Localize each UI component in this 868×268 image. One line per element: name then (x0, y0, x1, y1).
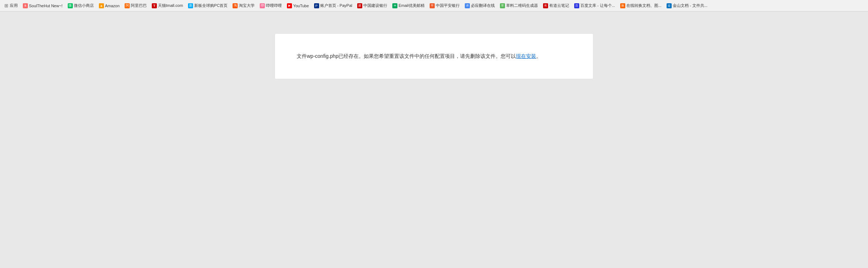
message-text: 文件wp-config.php已经存在。如果您希望重置该文件中的任何配置项目，请… (297, 52, 571, 61)
bookmark-youdao-label: 有道云笔记 (549, 3, 569, 8)
message-suffix: 。 (536, 53, 541, 59)
bookmark-youdao[interactable]: 有 有道云笔记 (541, 2, 571, 9)
pcmaster-icon: 新 (188, 3, 193, 8)
bookmark-alibaba[interactable]: 阿 阿里巴巴 (122, 2, 149, 9)
bookmark-baidu[interactable]: 百 百度文库 - 让每个... (572, 2, 617, 9)
bookmark-pingan[interactable]: 平 中国平安银行 (427, 2, 462, 9)
alibaba-icon: 阿 (125, 3, 130, 8)
soul-icon: S (23, 3, 28, 8)
bookmark-amazon-label: Amazon (105, 4, 120, 8)
bookmark-pingan-label: 中国平安银行 (436, 3, 460, 8)
taobao-icon: 淘 (233, 3, 238, 8)
wechat-icon: 微 (68, 3, 73, 8)
install-now-link[interactable]: 现在安装 (516, 53, 536, 59)
message-card: 文件wp-config.php已经存在。如果您希望重置该文件中的任何配置项目，请… (275, 33, 593, 79)
bookmark-soul-label: SoulTheHut New~! (29, 4, 63, 8)
bookmark-apps-label: 应用 (10, 3, 18, 8)
bookmark-apps[interactable]: ⊞ 应用 (1, 2, 20, 9)
tmall-icon: T (152, 3, 157, 8)
translate-icon: 译 (465, 3, 470, 8)
bookmark-jinshan[interactable]: 金 金山文档 - 文件共... (664, 2, 710, 9)
bookmark-jinshan-label: 金山文档 - 文件共... (673, 3, 708, 8)
bookmark-paypal-label: 账户首页 - PayPal (320, 3, 352, 8)
bookmark-tmall[interactable]: T 天猫tmall.com (150, 2, 185, 9)
amazon-icon: a (99, 3, 104, 8)
baidu-icon: 百 (574, 3, 579, 8)
ccb-icon: 建 (357, 3, 362, 8)
bookmark-soul[interactable]: S SoulTheHut New~! (21, 2, 65, 9)
bookmark-translate-label: 必应翻译在线 (471, 3, 495, 8)
main-content: 文件wp-config.php已经存在。如果您希望重置该文件中的任何配置项目，请… (0, 12, 868, 268)
bookmark-taobao[interactable]: 淘 淘宝大学 (230, 2, 257, 9)
bookmark-tmall-label: 天猫tmall.com (158, 3, 183, 8)
bookmark-grass[interactable]: 草 草料二维码生成器 (498, 2, 540, 9)
youtube-icon: ▶ (287, 3, 292, 8)
bookmark-convert-label: 在线转换文档、图... (626, 3, 662, 8)
bookmark-grass-label: 草料二维码生成器 (506, 3, 538, 8)
bibi-icon: 哔 (260, 3, 265, 8)
bookmark-baidu-label: 百度文库 - 让每个... (580, 3, 615, 8)
paypal-icon: P (314, 3, 319, 8)
youdao-icon: 有 (543, 3, 548, 8)
apps-icon: ⊞ (4, 3, 9, 8)
bookmark-paypal[interactable]: P 账户首页 - PayPal (312, 2, 355, 9)
bookmark-wechat[interactable]: 微 微信小商店 (66, 2, 96, 9)
bookmark-email-label: Email优美邮精 (398, 3, 425, 8)
bookmark-pcmaster[interactable]: 新 新板全球购PC首页 (186, 2, 230, 9)
bookmark-bibi-label: 哔哩哔哩 (266, 3, 282, 8)
bookmark-ccb[interactable]: 建 中国建设银行 (355, 2, 389, 9)
bookmark-taobao-label: 淘宝大学 (239, 3, 255, 8)
message-body: 文件wp-config.php已经存在。如果您希望重置该文件中的任何配置项目，请… (297, 53, 516, 59)
bookmark-amazon[interactable]: a Amazon (97, 2, 122, 9)
bookmark-convert[interactable]: 换 在线转换文档、图... (618, 2, 664, 9)
jinshan-icon: 金 (667, 3, 672, 8)
pingan-icon: 平 (430, 3, 435, 8)
bookmark-youtube-label: YouTube (293, 4, 309, 8)
bookmark-youtube[interactable]: ▶ YouTube (285, 2, 311, 9)
bookmark-translate[interactable]: 译 必应翻译在线 (463, 2, 497, 9)
email-icon: ✉ (392, 3, 397, 8)
bookmarks-bar: ⊞ 应用 S SoulTheHut New~! 微 微信小商店 a Amazon… (0, 0, 868, 12)
bookmark-bibi[interactable]: 哔 哔哩哔哩 (258, 2, 284, 9)
bookmark-email[interactable]: ✉ Email优美邮精 (390, 2, 427, 9)
bookmark-alibaba-label: 阿里巴巴 (131, 3, 147, 8)
bookmark-ccb-label: 中国建设银行 (363, 3, 387, 8)
grass-icon: 草 (500, 3, 505, 8)
bookmark-pcmaster-label: 新板全球购PC首页 (194, 3, 228, 8)
bookmark-wechat-label: 微信小商店 (74, 3, 94, 8)
convert-icon: 换 (620, 3, 625, 8)
